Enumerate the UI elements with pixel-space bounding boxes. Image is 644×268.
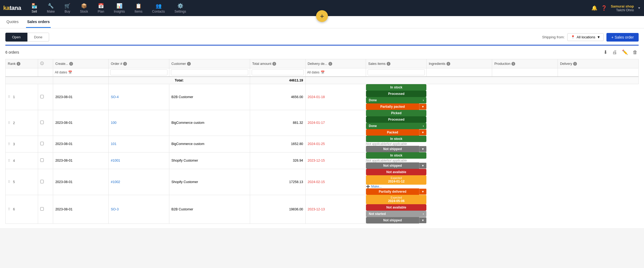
production-not-started[interactable]: Not started › — [366, 211, 426, 217]
drag-handle[interactable]: ⠿ — [8, 121, 10, 125]
th-created: Create... i — [53, 59, 109, 68]
th-ingredients: Ingredients i — [426, 59, 492, 68]
production-done[interactable]: Done › — [366, 123, 426, 129]
row-checkbox[interactable] — [40, 158, 44, 162]
delivery-badge-label: Packed — [366, 129, 419, 136]
filter-production — [492, 68, 558, 77]
order-link[interactable]: SO-3 — [111, 207, 119, 211]
order-link[interactable]: #1002 — [111, 180, 120, 184]
production-info-icon[interactable]: i — [511, 62, 515, 66]
table-row: ⠿ 2 2023-08-01 100 BigCommerce custom 88… — [6, 110, 639, 136]
order-link[interactable]: SO-4 — [111, 95, 119, 99]
ingredients-info-icon[interactable]: i — [447, 62, 450, 66]
delete-icon[interactable]: 🗑 — [632, 49, 639, 56]
nav-item-make[interactable]: 🔧 Make — [42, 1, 60, 16]
drag-handle[interactable]: ⠿ — [8, 142, 10, 146]
items-icon: 📋 — [136, 3, 141, 9]
print-icon[interactable]: 🖨 — [611, 49, 618, 56]
calendar-delivery-icon[interactable]: 📅 — [321, 70, 325, 74]
nav-item-plan[interactable]: 📅 Plan — [93, 1, 109, 16]
location-label: All locations — [577, 35, 595, 39]
delivery-badge-dropdown[interactable]: Not shipped ▼ — [366, 217, 426, 224]
add-button[interactable]: + — [316, 10, 328, 22]
production-done[interactable]: Done › — [366, 97, 426, 103]
ingredients-expected: Expected 2024-01-12 — [366, 175, 426, 185]
delivery-badge-dropdown[interactable]: Packed ▼ — [366, 129, 426, 136]
sales-items-info-icon[interactable]: i — [387, 62, 390, 66]
row-checkbox[interactable] — [40, 121, 44, 124]
production-arrow-icon: › — [423, 98, 424, 102]
shop-expand-icon[interactable]: ▼ — [638, 6, 641, 10]
delivery-dropdown-icon[interactable]: ▼ — [419, 104, 427, 110]
production-arrow-icon: › — [423, 124, 424, 128]
add-sales-order-button[interactable]: + Sales order — [606, 33, 639, 42]
notification-icon[interactable]: 🔔 — [591, 5, 597, 11]
logo[interactable]: katana — [3, 5, 21, 12]
created-info-icon[interactable]: i — [69, 62, 73, 66]
order-link[interactable]: 100 — [111, 121, 116, 125]
shop-selector[interactable]: Samurai shop Taiichi Ohno — [611, 4, 634, 12]
row-checkbox[interactable] — [40, 95, 44, 98]
order-link[interactable]: 101 — [111, 142, 116, 146]
drag-handle[interactable]: ⠿ — [8, 95, 10, 99]
delivery-info-icon[interactable]: i — [573, 62, 577, 66]
production-na: Not applicable — [386, 159, 407, 162]
nav-item-stock[interactable]: 📦 Stock — [75, 1, 93, 16]
drag-handle[interactable]: ⠿ — [8, 159, 10, 163]
tab-sales-orders[interactable]: Sales orders — [26, 16, 51, 28]
delivery-date: 2024-01-25 — [308, 142, 325, 146]
production-done-label: Done — [369, 98, 377, 102]
delivery-date-cell: 2024-02-15 — [305, 169, 366, 195]
order-filter-input[interactable] — [110, 69, 167, 75]
delivery-badge-label: Not shipped — [366, 162, 419, 169]
done-tab-button[interactable]: Done — [27, 33, 49, 42]
amount-info-icon[interactable]: i — [272, 62, 276, 66]
download-icon[interactable]: ⬇ — [602, 48, 609, 56]
row-checkbox[interactable] — [40, 142, 44, 145]
row-checkbox[interactable] — [40, 180, 44, 183]
customer-info-icon[interactable]: i — [187, 62, 191, 66]
table-row: ⠿ 4 2023-08-01 #1001 Shopify Customer 32… — [6, 152, 639, 169]
edit-icon[interactable]: ✏️ — [621, 48, 629, 56]
open-tab-button[interactable]: Open — [5, 33, 27, 42]
delivery-badge-dropdown[interactable]: Not shipped ▼ — [366, 162, 426, 169]
total-spacer — [53, 77, 109, 84]
sales-items-expected: Expected 2024-05-06 — [366, 195, 426, 204]
row-checkbox[interactable] — [40, 207, 44, 211]
sell-icon: 🏪 — [31, 3, 37, 9]
drag-handle[interactable]: ⠿ — [8, 180, 10, 184]
delivery-badge-dropdown[interactable]: Partially delivered ▼ — [366, 188, 426, 195]
delivery-dropdown-icon[interactable]: ▼ — [419, 163, 427, 169]
delivery-date-cell: 2023-12-13 — [305, 195, 366, 224]
amount-cell: 19836.00 — [250, 195, 305, 224]
calendar-created-icon[interactable]: 📅 — [68, 70, 72, 74]
order-info-icon[interactable]: i — [123, 62, 127, 66]
delivery-dropdown-icon[interactable]: ▼ — [419, 189, 427, 195]
delivery-dropdown-icon[interactable]: ▼ — [419, 129, 427, 135]
customer-filter-input[interactable] — [171, 69, 248, 75]
delivery-dropdown-icon[interactable]: ▼ — [419, 146, 427, 152]
make-button[interactable]: ➕ Make... — [366, 185, 426, 188]
delivery-date-info-icon[interactable]: i — [328, 62, 332, 66]
delivery-badge-dropdown[interactable]: Not shipped ▼ — [366, 146, 426, 152]
rank-info-icon[interactable]: i — [17, 62, 20, 66]
drag-handle[interactable]: ⠿ — [8, 207, 10, 211]
nav-item-contacts[interactable]: 👥 Contacts — [147, 1, 170, 16]
nav-item-settings[interactable]: ⚙️ Settings — [170, 1, 191, 16]
nav-item-buy[interactable]: 🛒 Buy — [60, 1, 75, 16]
amount-filter-input[interactable] — [252, 69, 304, 75]
delivery-dropdown-icon[interactable]: ▼ — [419, 217, 427, 223]
all-dates-created-label: All dates — [55, 70, 67, 74]
location-select[interactable]: 📍 All locations ▼ — [567, 33, 604, 41]
sales-items-filter-input[interactable] — [368, 69, 425, 75]
nav-item-items[interactable]: 📋 Items — [130, 1, 147, 16]
tab-quotes[interactable]: Quotes — [5, 16, 20, 28]
created-cell: 2023-08-01 — [53, 84, 109, 110]
open-done-toggle: Open Done — [5, 33, 49, 42]
order-link[interactable]: #1001 — [111, 159, 120, 162]
nav-item-sell[interactable]: 🏪 Sell — [27, 1, 42, 16]
help-icon[interactable]: ❓ — [601, 5, 607, 11]
nav-item-insights[interactable]: 📊 Insights — [109, 1, 130, 16]
ingredients-badge: Processed — [366, 91, 426, 97]
delivery-badge-dropdown[interactable]: Partially packed ▼ — [366, 103, 426, 110]
